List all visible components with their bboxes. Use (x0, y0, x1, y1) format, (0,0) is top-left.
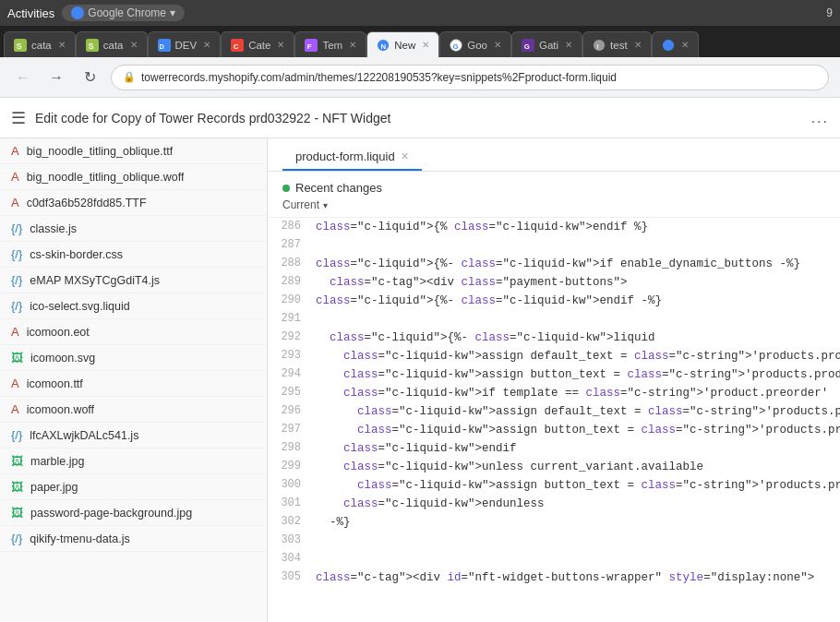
more-button[interactable]: ... (811, 110, 829, 126)
line-content: -%} (312, 513, 840, 532)
code-line: 291 (268, 310, 840, 329)
line-content (312, 310, 840, 329)
cate-icon: C (231, 39, 244, 52)
sidebar-file-item[interactable]: 🖼icomoon.svg (0, 345, 267, 371)
tab-close-8[interactable]: ✕ (565, 40, 572, 50)
line-number: 299 (268, 458, 312, 476)
tab-close-6[interactable]: ✕ (422, 40, 429, 50)
browser-tab-2[interactable]: S cata ✕ (76, 31, 148, 57)
shopify-icon-1: S (14, 39, 27, 52)
code-line: 287 (268, 236, 840, 255)
editor-tab-product-form[interactable]: product-form.liquid ✕ (282, 144, 422, 171)
figma-icon: F (305, 39, 318, 52)
sidebar-file-item[interactable]: 🖼password-page-background.jpg (0, 500, 267, 526)
current-tag[interactable]: Current ▾ (282, 198, 825, 211)
browser-tab-5[interactable]: F Tem ✕ (294, 31, 366, 57)
code-line: 305class="c-tag"><div id="nft-widget-but… (268, 568, 840, 587)
browser-tab-7[interactable]: G Goo ✕ (439, 31, 511, 57)
tab-close-3[interactable]: ✕ (203, 40, 210, 50)
file-type-icon: 🖼 (11, 454, 23, 468)
line-content (312, 236, 840, 255)
browser-tab-1[interactable]: S cata ✕ (4, 31, 76, 57)
sidebar-file-item[interactable]: {/}qikify-tmenu-data.js (0, 526, 267, 552)
line-number: 287 (268, 236, 312, 255)
tab-close-2[interactable]: ✕ (130, 40, 138, 50)
green-dot-indicator (282, 185, 290, 192)
reload-button[interactable]: ↻ (78, 66, 102, 90)
editor-tab-close[interactable]: ✕ (401, 150, 409, 162)
sidebar-file-item[interactable]: Ac0df3a6b528fdd85.TTF (0, 190, 267, 216)
file-type-icon: A (11, 170, 19, 184)
file-name: ico-select.svg.liquid (30, 300, 129, 313)
tab-close-1[interactable]: ✕ (58, 40, 66, 50)
file-type-icon: A (11, 325, 19, 339)
back-button[interactable]: ← (11, 66, 35, 90)
browser-tab-10[interactable]: ✕ (652, 31, 699, 57)
sidebar-file-item[interactable]: {/}eMAP MXSyTCgGdiT4.js (0, 268, 267, 293)
code-editor[interactable]: 286class="c-liquid">{% class="c-liquid-k… (268, 218, 840, 622)
app-toolbar-title: Edit code for Copy of Tower Records prd0… (35, 111, 802, 126)
top-bar: Activities Google Chrome ▾ 9 (0, 0, 840, 26)
address-bar: ← → ↻ 🔒 towerrecords.myshopify.com/admin… (0, 57, 840, 98)
url-text: towerrecords.myshopify.com/admin/themes/… (141, 71, 617, 84)
file-name: marble.jpg (30, 455, 84, 468)
sidebar-file-item[interactable]: 🖼marble.jpg (0, 449, 267, 474)
tab-label-5: Tem (322, 40, 342, 51)
sidebar-file-item[interactable]: {/}classie.js (0, 216, 267, 242)
tab-close-9[interactable]: ✕ (634, 40, 642, 50)
sidebar-file-item[interactable]: Aicomoon.woff (0, 397, 267, 423)
file-name: eMAP MXSyTCgGdiT4.js (30, 274, 160, 287)
code-line: 297 class="c-liquid-kw">assign button_te… (268, 421, 840, 439)
code-line: 293 class="c-liquid-kw">assign default_t… (268, 347, 840, 365)
svg-text:S: S (17, 41, 22, 50)
line-content: class="c-liquid-kw">unless current_varia… (312, 458, 840, 476)
svg-text:G: G (453, 42, 459, 50)
line-content: class="c-liquid-kw">endunless (312, 495, 840, 513)
svg-text:S: S (88, 41, 93, 50)
tab-label-3: DEV (175, 40, 198, 51)
browser-tab-4[interactable]: C Cate ✕ (221, 31, 294, 57)
file-type-icon: {/} (11, 247, 22, 261)
browser-tab-3[interactable]: D DEV ✕ (148, 31, 222, 57)
file-type-icon: A (11, 144, 19, 158)
tab-close-10[interactable]: ✕ (681, 40, 689, 50)
code-line: 292 class="c-liquid">{%- class="c-liquid… (268, 329, 840, 347)
sidebar-file-item[interactable]: Aicomoon.eot (0, 319, 267, 345)
tab-close-5[interactable]: ✕ (349, 40, 356, 50)
line-content: class="c-tag"><div id="nft-widget-button… (312, 568, 840, 587)
tab-label-4: Cate (248, 40, 270, 51)
sidebar-file-item[interactable]: {/}ico-select.svg.liquid (0, 293, 267, 319)
line-content: class="c-liquid-kw">assign button_text =… (312, 421, 840, 439)
chrome-indicator[interactable]: Google Chrome ▾ (62, 5, 185, 21)
line-number: 292 (268, 329, 312, 347)
sidebar-file-item[interactable]: {/}lfcAXLwjkDALc541.js (0, 423, 267, 449)
app-back-button[interactable]: ☰ (11, 108, 26, 128)
file-name: icomoon.woff (27, 403, 94, 416)
tab-label-9: test (610, 40, 628, 51)
forward-button[interactable]: → (44, 66, 68, 90)
file-name: password-page-background.jpg (30, 507, 192, 520)
tab-close-7[interactable]: ✕ (494, 40, 501, 50)
file-name: icomoon.ttf (27, 377, 83, 390)
file-name: cs-skin-border.css (30, 248, 123, 261)
file-name: icomoon.svg (30, 352, 95, 365)
sidebar-file-item[interactable]: Abig_noodle_titling_oblique.ttf (0, 138, 267, 164)
svg-text:D: D (159, 42, 163, 49)
activities-button[interactable]: Activities (7, 6, 54, 20)
sidebar-file-item[interactable]: Aicomoon.ttf (0, 371, 267, 397)
code-line: 304 (268, 550, 840, 568)
code-line: 299 class="c-liquid-kw">unless current_v… (268, 458, 840, 476)
sidebar-file-item[interactable]: 🖼paper.jpg (0, 474, 267, 500)
file-type-icon: {/} (11, 273, 22, 287)
line-number: 293 (268, 347, 312, 365)
code-line: 286class="c-liquid">{% class="c-liquid-k… (268, 218, 840, 236)
url-bar[interactable]: 🔒 towerrecords.myshopify.com/admin/theme… (111, 65, 829, 90)
browser-tab-9[interactable]: t test ✕ (582, 31, 652, 57)
tab-close-4[interactable]: ✕ (277, 40, 284, 50)
sidebar-file-item[interactable]: {/}cs-skin-border.css (0, 242, 267, 268)
browser-tab-8[interactable]: G Gati ✕ (511, 31, 582, 57)
browser-tab-6[interactable]: N New ✕ (366, 31, 439, 57)
line-content: class="c-liquid-kw">assign default_text … (312, 402, 840, 421)
line-number: 303 (268, 532, 312, 550)
sidebar-file-item[interactable]: Abig_noodle_titling_oblique.woff (0, 164, 267, 190)
